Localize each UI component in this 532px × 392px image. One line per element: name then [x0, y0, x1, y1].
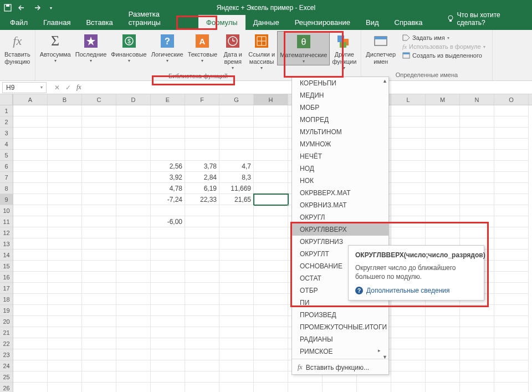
cell-B6[interactable] — [48, 161, 82, 172]
cell-M4[interactable] — [426, 139, 460, 150]
cell-C6[interactable] — [82, 161, 116, 172]
row-header-1[interactable]: 1 — [0, 105, 13, 116]
row-header-11[interactable]: 11 — [0, 216, 13, 227]
cell-G4[interactable] — [219, 139, 254, 150]
cell-M3[interactable] — [426, 128, 460, 139]
logical-button[interactable]: ? Логические▾ — [149, 31, 186, 64]
cell-E8[interactable]: 4,78 — [151, 183, 185, 194]
cell-D14[interactable] — [116, 250, 151, 261]
cell-F18[interactable] — [185, 294, 219, 305]
cell-O26[interactable] — [494, 383, 529, 392]
row-header-26[interactable]: 26 — [0, 383, 13, 392]
cell-F9[interactable]: 22,33 — [185, 194, 219, 205]
qat-customize-icon[interactable]: ▾ — [47, 3, 55, 12]
cell-O25[interactable] — [494, 371, 529, 383]
cell-F8[interactable]: 6,19 — [185, 183, 219, 194]
cell-A9[interactable] — [13, 194, 48, 205]
cell-A16[interactable] — [13, 272, 48, 283]
insert-function-button[interactable]: fx Вставить функцию — [2, 31, 33, 67]
cell-C4[interactable] — [82, 139, 116, 150]
cell-B5[interactable] — [48, 150, 82, 161]
func-item-мопред[interactable]: МОПРЕД — [292, 114, 388, 126]
cell-C8[interactable] — [82, 183, 116, 194]
column-header-E[interactable]: E — [151, 94, 185, 105]
lookup-button[interactable]: Ссылки и массивы▾ — [246, 31, 277, 72]
cell-E21[interactable] — [151, 327, 185, 338]
cell-E25[interactable] — [151, 371, 185, 383]
cell-N4[interactable] — [460, 139, 494, 150]
name-manager-button[interactable]: Диспетчер имен — [364, 31, 398, 67]
cell-H2[interactable] — [254, 116, 288, 128]
func-item-окрвниз.мат[interactable]: ОКРВНИЗ.МАТ — [292, 199, 388, 211]
row-header-13[interactable]: 13 — [0, 238, 13, 250]
cell-B8[interactable] — [48, 183, 82, 194]
cell-C21[interactable] — [82, 327, 116, 338]
cell-G7[interactable]: 8,3 — [219, 172, 254, 183]
func-item-мультином[interactable]: МУЛЬТИНОМ — [292, 126, 388, 138]
cell-G20[interactable] — [219, 316, 254, 327]
func-item-медин[interactable]: МЕДИН — [292, 89, 388, 101]
tab-formulas[interactable]: Формулы — [198, 15, 245, 30]
cell-F4[interactable] — [185, 139, 219, 150]
cell-L12[interactable] — [391, 227, 426, 238]
cell-C22[interactable] — [82, 338, 116, 349]
cell-C15[interactable] — [82, 261, 116, 272]
cell-G18[interactable] — [219, 294, 254, 305]
cell-E18[interactable] — [151, 294, 185, 305]
cell-B2[interactable] — [48, 116, 82, 128]
row-header-17[interactable]: 17 — [0, 283, 13, 294]
cell-M5[interactable] — [426, 150, 460, 161]
cell-A8[interactable] — [13, 183, 48, 194]
cell-L26[interactable] — [391, 383, 426, 392]
cell-G9[interactable]: 21,65 — [219, 194, 254, 205]
cell-A4[interactable] — [13, 139, 48, 150]
cell-O8[interactable] — [494, 183, 529, 194]
cell-C12[interactable] — [82, 227, 116, 238]
enter-icon[interactable]: ✓ — [65, 84, 71, 91]
cell-A24[interactable] — [13, 360, 48, 371]
cell-M19[interactable] — [426, 305, 460, 316]
func-item-окрвверх.мат[interactable]: ОКРВВЕРХ.МАТ — [292, 187, 388, 199]
cell-B22[interactable] — [48, 338, 82, 349]
cell-A10[interactable] — [13, 205, 48, 216]
cell-A3[interactable] — [13, 128, 48, 139]
cell-B19[interactable] — [48, 305, 82, 316]
cell-A2[interactable] — [13, 116, 48, 128]
cell-F20[interactable] — [185, 316, 219, 327]
column-header-D[interactable]: D — [116, 94, 151, 105]
cell-M1[interactable] — [426, 105, 460, 116]
autosum-button[interactable]: Σ Автосумма▾ — [38, 31, 73, 64]
cell-L1[interactable] — [391, 105, 426, 116]
cell-O2[interactable] — [494, 116, 529, 128]
cell-F22[interactable] — [185, 338, 219, 349]
func-item-округл[interactable]: ОКРУГЛ — [292, 211, 388, 223]
financial-button[interactable]: $ Финансовые▾ — [109, 31, 149, 64]
cell-N19[interactable] — [460, 305, 494, 316]
cell-L19[interactable] — [391, 305, 426, 316]
cell-O13[interactable] — [494, 238, 529, 250]
cell-M6[interactable] — [426, 161, 460, 172]
cell-B25[interactable] — [48, 371, 82, 383]
cell-H11[interactable] — [254, 216, 288, 227]
redo-icon[interactable] — [32, 3, 41, 12]
row-header-14[interactable]: 14 — [0, 250, 13, 261]
cell-F19[interactable] — [185, 305, 219, 316]
cell-C13[interactable] — [82, 238, 116, 250]
cell-L22[interactable] — [391, 338, 426, 349]
cell-O7[interactable] — [494, 172, 529, 183]
cell-O1[interactable] — [494, 105, 529, 116]
cell-B4[interactable] — [48, 139, 82, 150]
cell-E5[interactable] — [151, 150, 185, 161]
cell-A14[interactable] — [13, 250, 48, 261]
cell-E26[interactable] — [151, 383, 185, 392]
cell-F24[interactable] — [185, 360, 219, 371]
tab-home[interactable]: Главная — [35, 15, 78, 30]
cell-H8[interactable] — [254, 183, 288, 194]
cell-G25[interactable] — [219, 371, 254, 383]
cell-A25[interactable] — [13, 371, 48, 383]
cell-D1[interactable] — [116, 105, 151, 116]
cell-G12[interactable] — [219, 227, 254, 238]
cell-G26[interactable] — [219, 383, 254, 392]
row-header-3[interactable]: 3 — [0, 128, 13, 139]
column-header-A[interactable]: A — [13, 94, 48, 105]
